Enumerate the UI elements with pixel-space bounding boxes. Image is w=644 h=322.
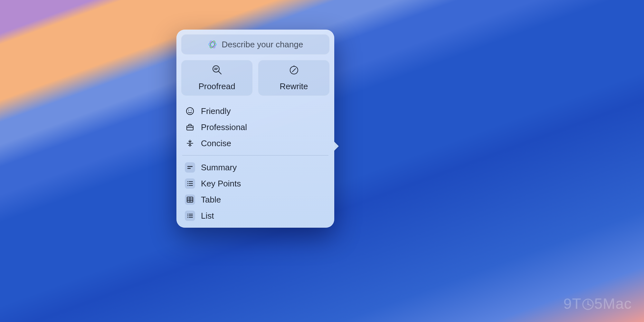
apple-intelligence-icon <box>208 40 217 49</box>
rewrite-label: Rewrite <box>279 81 308 91</box>
format-summary[interactable]: Summary <box>185 159 326 175</box>
svg-point-13 <box>191 110 192 111</box>
list-bullets-icon <box>185 211 195 221</box>
primary-actions: Proofread Rewrite <box>181 60 330 96</box>
menu-separator <box>182 155 328 156</box>
svg-point-5 <box>213 66 219 72</box>
format-table[interactable]: Table <box>185 192 326 208</box>
format-keypoints[interactable]: Key Points <box>185 175 326 192</box>
format-summary-label: Summary <box>201 163 237 173</box>
describe-change-input[interactable]: Describe your change <box>181 34 330 55</box>
svg-line-10 <box>292 69 296 72</box>
svg-point-29 <box>187 214 188 215</box>
proofread-label: Proofread <box>198 81 235 91</box>
tone-professional-label: Professional <box>201 122 247 132</box>
tone-options: Friendly Professional <box>181 103 330 151</box>
watermark-9to5mac: 9T5Mac <box>564 295 632 312</box>
format-list[interactable]: List <box>185 208 326 224</box>
svg-point-12 <box>188 110 189 111</box>
rewrite-compose-icon <box>289 64 299 78</box>
proofread-button[interactable]: Proofread <box>181 60 253 96</box>
format-options: Summary Key Points <box>181 159 330 224</box>
describe-change-placeholder: Describe your change <box>222 40 303 50</box>
svg-rect-14 <box>187 126 193 130</box>
rewrite-button[interactable]: Rewrite <box>258 60 330 96</box>
smile-icon <box>185 106 195 116</box>
proofread-magnifier-icon <box>212 64 223 78</box>
svg-point-21 <box>187 183 188 184</box>
svg-line-37 <box>588 304 591 306</box>
table-grid-icon <box>185 194 195 205</box>
keypoints-bullets-icon <box>185 178 195 189</box>
format-list-label: List <box>201 211 214 221</box>
svg-point-23 <box>187 185 188 186</box>
svg-point-31 <box>187 215 188 216</box>
writing-tools-popover: Describe your change Proofread <box>176 30 334 228</box>
format-keypoints-label: Key Points <box>201 179 241 189</box>
tone-concise[interactable]: Concise <box>185 135 326 151</box>
tone-friendly[interactable]: Friendly <box>185 103 326 119</box>
svg-point-11 <box>186 108 194 115</box>
tone-professional[interactable]: Professional <box>185 119 326 135</box>
tone-friendly-label: Friendly <box>201 106 231 116</box>
svg-line-6 <box>219 71 221 74</box>
collapse-icon <box>185 138 195 148</box>
briefcase-icon <box>185 122 195 132</box>
summary-lines-icon <box>185 162 195 173</box>
tone-concise-label: Concise <box>201 138 231 148</box>
svg-point-33 <box>187 217 188 218</box>
desktop-wallpaper: Describe your change Proofread <box>0 0 644 322</box>
svg-point-19 <box>187 181 188 182</box>
format-table-label: Table <box>201 195 221 205</box>
